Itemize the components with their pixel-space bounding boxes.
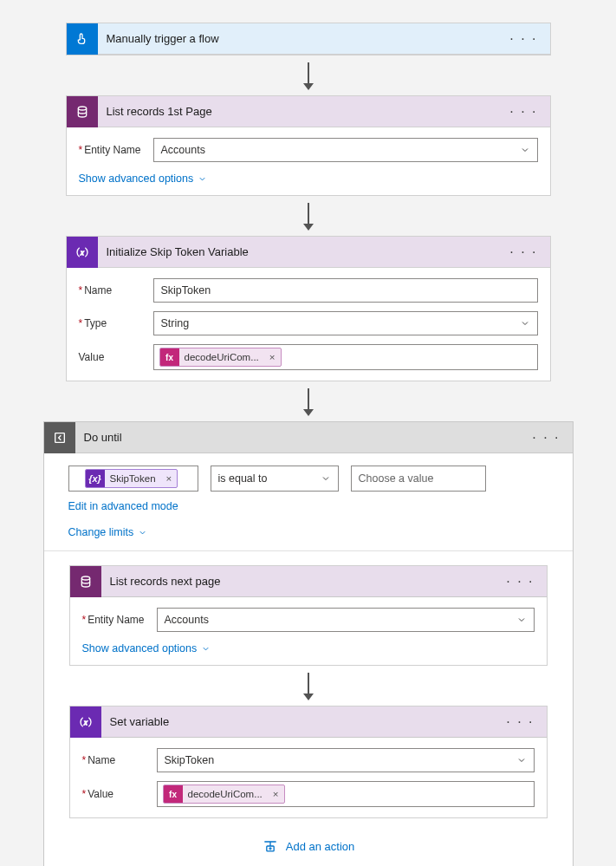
var-name-input[interactable]: SkipToken bbox=[153, 278, 538, 303]
chevron-down-icon bbox=[138, 528, 147, 537]
variable-icon: x bbox=[67, 237, 98, 268]
variable-icon: x bbox=[70, 706, 101, 738]
fx-icon: fx bbox=[160, 348, 179, 367]
set-variable-title: Set variable bbox=[101, 715, 503, 728]
var-value-input[interactable]: fx decodeUriCom... × bbox=[157, 781, 535, 807]
card-menu-button[interactable]: · · · bbox=[503, 714, 537, 730]
show-advanced-link[interactable]: Show advanced options bbox=[82, 642, 211, 654]
do-until-card[interactable]: Do until · · · {x} SkipToken × is equal … bbox=[43, 421, 574, 866]
do-until-title: Do until bbox=[75, 431, 529, 444]
card-menu-button[interactable]: · · · bbox=[506, 244, 541, 260]
remove-token-button[interactable]: × bbox=[161, 473, 178, 484]
svg-point-0 bbox=[78, 107, 86, 110]
var-name-label: Name bbox=[79, 284, 153, 296]
connector-arrow-icon bbox=[303, 62, 314, 90]
chevron-down-icon bbox=[520, 145, 530, 155]
add-step-icon bbox=[262, 837, 279, 855]
var-value-label: Value bbox=[82, 788, 157, 800]
list-records-next-title: List records next page bbox=[101, 575, 503, 588]
show-advanced-link[interactable]: Show advanced options bbox=[79, 173, 208, 185]
chevron-down-icon bbox=[516, 755, 527, 765]
var-value-label: Value bbox=[79, 351, 153, 363]
edit-advanced-link[interactable]: Edit in advanced mode bbox=[68, 500, 178, 512]
connector-arrow-icon bbox=[303, 203, 314, 231]
entity-name-label: Entity Name bbox=[79, 144, 153, 156]
condition-left-input[interactable]: {x} SkipToken × bbox=[68, 466, 198, 492]
chevron-down-icon bbox=[321, 473, 331, 484]
condition-operator-select[interactable]: is equal to bbox=[211, 466, 339, 492]
init-variable-title: Initialize Skip Token Variable bbox=[98, 245, 507, 258]
var-name-label: Name bbox=[82, 754, 157, 766]
entity-name-label: Entity Name bbox=[82, 614, 157, 626]
var-type-select[interactable]: String bbox=[153, 311, 538, 335]
variable-icon: {x} bbox=[86, 469, 105, 488]
expression-token[interactable]: fx decodeUriCom... × bbox=[159, 348, 282, 367]
var-name-value: SkipToken bbox=[161, 284, 211, 296]
connector-arrow-icon bbox=[303, 673, 314, 700]
add-action-label: Add an action bbox=[286, 840, 355, 853]
var-name-value: SkipToken bbox=[165, 754, 215, 766]
svg-text:x: x bbox=[80, 249, 84, 255]
list-records-1-title: List records 1st Page bbox=[98, 105, 507, 118]
connector-arrow-icon bbox=[303, 388, 314, 416]
chevron-down-icon bbox=[201, 644, 211, 654]
card-menu-button[interactable]: · · · bbox=[528, 430, 563, 446]
dataverse-icon bbox=[70, 566, 101, 597]
manual-trigger-icon bbox=[67, 23, 98, 55]
card-menu-button[interactable]: · · · bbox=[503, 574, 537, 589]
entity-name-value: Accounts bbox=[161, 144, 205, 156]
remove-token-button[interactable]: × bbox=[264, 352, 281, 362]
condition-right-placeholder: Choose a value bbox=[359, 472, 434, 485]
fx-icon: fx bbox=[164, 785, 183, 804]
chevron-down-icon bbox=[516, 615, 527, 625]
trigger-title: Manually trigger a flow bbox=[98, 32, 507, 45]
list-records-next-card[interactable]: List records next page · · · Entity Name… bbox=[69, 565, 548, 666]
condition-right-input[interactable]: Choose a value bbox=[351, 466, 486, 492]
card-menu-button[interactable]: · · · bbox=[506, 31, 541, 47]
change-limits-link[interactable]: Change limits bbox=[68, 526, 148, 538]
chevron-down-icon bbox=[198, 174, 207, 184]
expression-token-label: decodeUriCom... bbox=[183, 789, 268, 799]
expression-token-label: decodeUriCom... bbox=[179, 352, 264, 362]
entity-name-select[interactable]: Accounts bbox=[153, 138, 538, 162]
var-value-input[interactable]: fx decodeUriCom... × bbox=[153, 344, 538, 370]
var-type-value: String bbox=[161, 317, 190, 329]
var-name-select[interactable]: SkipToken bbox=[157, 748, 535, 772]
svg-point-3 bbox=[81, 576, 89, 580]
set-variable-card[interactable]: x Set variable · · · Name Sk bbox=[69, 706, 548, 818]
add-action-button[interactable]: Add an action bbox=[262, 837, 355, 855]
expression-token[interactable]: fx decodeUriCom... × bbox=[163, 785, 285, 804]
var-type-label: Type bbox=[79, 317, 153, 329]
svg-rect-2 bbox=[55, 433, 64, 442]
initialize-variable-card[interactable]: x Initialize Skip Token Variable · · · N… bbox=[66, 236, 551, 381]
condition-operator-value: is equal to bbox=[218, 472, 268, 485]
variable-token[interactable]: {x} SkipToken × bbox=[85, 469, 178, 488]
chevron-down-icon bbox=[520, 318, 530, 329]
remove-token-button[interactable]: × bbox=[268, 789, 284, 799]
variable-token-label: SkipToken bbox=[105, 473, 161, 484]
loop-icon bbox=[44, 422, 75, 453]
list-records-1-card[interactable]: List records 1st Page · · · Entity Name … bbox=[66, 95, 551, 196]
svg-text:x: x bbox=[83, 719, 88, 725]
trigger-card[interactable]: Manually trigger a flow · · · bbox=[66, 23, 551, 55]
card-menu-button[interactable]: · · · bbox=[506, 104, 541, 120]
entity-name-select[interactable]: Accounts bbox=[157, 608, 535, 632]
entity-name-value: Accounts bbox=[165, 614, 209, 626]
dataverse-icon bbox=[67, 96, 98, 127]
